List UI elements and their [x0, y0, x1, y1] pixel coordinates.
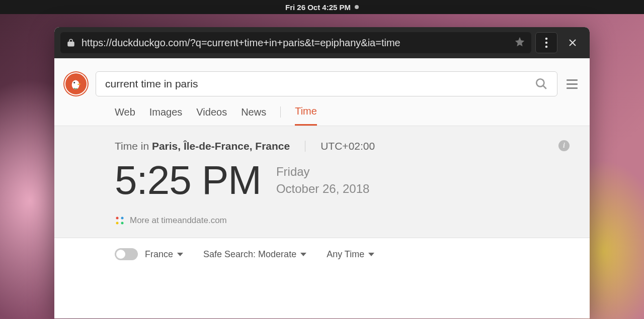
duckduckgo-logo[interactable]: [63, 71, 89, 96]
svg-point-8: [121, 217, 124, 220]
page-content: Web Images Videos News Time i Time in Pa…: [54, 58, 590, 318]
timeanddate-icon: [115, 216, 125, 226]
lock-icon: [66, 38, 75, 47]
time-filter[interactable]: Any Time: [327, 249, 374, 260]
tab-news[interactable]: News: [241, 107, 266, 125]
svg-point-2: [545, 42, 548, 44]
info-icon[interactable]: i: [558, 140, 570, 151]
full-date: October 26, 2018: [276, 180, 369, 197]
svg-point-10: [121, 222, 124, 225]
search-input[interactable]: [105, 78, 535, 90]
browser-window: https://duckduckgo.com/?q=current+time+i…: [54, 27, 590, 318]
search-header: [54, 58, 590, 96]
search-box[interactable]: [96, 71, 557, 96]
chevron-down-icon: [177, 253, 183, 256]
svg-point-7: [116, 217, 119, 220]
safesearch-filter[interactable]: Safe Search: Moderate: [203, 249, 306, 260]
svg-point-9: [116, 222, 119, 225]
region-toggle[interactable]: [115, 248, 138, 260]
tab-videos[interactable]: Videos: [196, 107, 227, 125]
svg-point-3: [545, 46, 548, 48]
result-filters: France Safe Search: Moderate Any Time: [54, 238, 590, 260]
time-filter-label: Any Time: [327, 249, 364, 260]
location-name: Paris, Île-de-France, France: [152, 140, 290, 152]
day-name: Friday: [276, 163, 369, 180]
tab-web[interactable]: Web: [115, 107, 135, 125]
time-row: 5:25 PM Friday October 26, 2018: [115, 157, 529, 203]
location-prefix: Time in: [115, 140, 152, 152]
tab-divider: [280, 107, 281, 118]
svg-point-4: [72, 80, 79, 89]
current-date: Friday October 26, 2018: [276, 163, 369, 197]
answer-header: Time in Paris, Île-de-France, France UTC…: [115, 140, 529, 152]
bookmark-star-icon[interactable]: [514, 36, 525, 50]
site-menu-icon[interactable]: [565, 77, 580, 91]
system-top-bar: Fri 26 Oct 4:25 PM: [0, 0, 644, 14]
notification-dot-icon: [355, 5, 359, 9]
search-icon[interactable]: [535, 77, 548, 90]
chevron-down-icon: [300, 253, 306, 256]
safesearch-label: Safe Search: Moderate: [203, 249, 296, 260]
region-filter[interactable]: France: [115, 248, 183, 260]
browser-menu-button[interactable]: [535, 32, 557, 53]
browser-toolbar: https://duckduckgo.com/?q=current+time+i…: [54, 27, 590, 58]
more-link-text: More at timeanddate.com: [130, 216, 227, 226]
vertical-divider: [305, 141, 305, 152]
region-label: France: [145, 249, 173, 260]
svg-point-1: [545, 38, 548, 40]
system-clock[interactable]: Fri 26 Oct 4:25 PM: [285, 3, 351, 12]
tab-images[interactable]: Images: [149, 107, 183, 125]
svg-rect-0: [68, 42, 74, 46]
time-answer-card: i Time in Paris, Île-de-France, France U…: [54, 126, 590, 238]
current-time: 5:25 PM: [115, 157, 261, 203]
result-tabs: Web Images Videos News Time: [54, 96, 590, 126]
window-close-button[interactable]: [561, 32, 584, 53]
svg-point-6: [536, 79, 544, 86]
svg-point-11: [119, 220, 121, 222]
url-text: https://duckduckgo.com/?q=current+time+i…: [82, 37, 508, 49]
answer-location: Time in Paris, Île-de-France, France: [115, 140, 290, 152]
more-link[interactable]: More at timeanddate.com: [115, 216, 529, 226]
tab-time[interactable]: Time: [295, 105, 317, 126]
svg-point-5: [73, 82, 75, 83]
url-bar[interactable]: https://duckduckgo.com/?q=current+time+i…: [60, 32, 531, 53]
utc-offset: UTC+02:00: [320, 140, 375, 152]
chevron-down-icon: [368, 253, 374, 256]
